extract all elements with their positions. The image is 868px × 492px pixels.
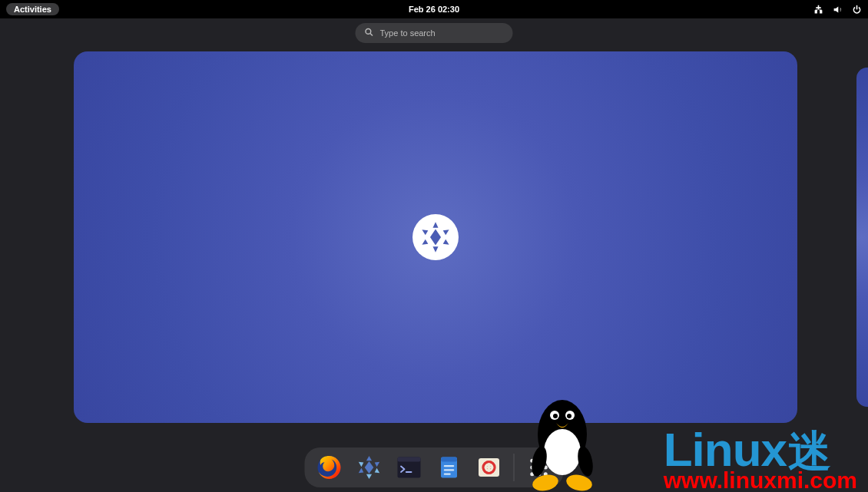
nixos-logo-badge bbox=[412, 214, 459, 260]
svg-marker-13 bbox=[375, 462, 379, 467]
help-icon bbox=[475, 454, 503, 481]
dash-app-files[interactable] bbox=[434, 452, 465, 483]
dash-app-firefox[interactable] bbox=[314, 452, 345, 483]
svg-marker-7 bbox=[443, 239, 449, 245]
workspace-thumbnail-next[interactable] bbox=[856, 68, 868, 407]
svg-rect-24 bbox=[444, 474, 451, 475]
svg-point-41 bbox=[544, 429, 581, 475]
terminal-icon bbox=[396, 454, 423, 481]
svg-marker-11 bbox=[366, 474, 372, 479]
files-icon bbox=[436, 454, 463, 481]
dash-separator bbox=[514, 454, 515, 481]
dash-app-help[interactable] bbox=[474, 452, 505, 483]
svg-rect-21 bbox=[441, 457, 457, 462]
dash-app-nixos[interactable] bbox=[354, 452, 385, 483]
clock-text: Feb 26 02:30 bbox=[409, 5, 459, 14]
volume-icon bbox=[833, 5, 843, 15]
network-wired-icon bbox=[813, 5, 823, 15]
watermark-brand-latin: Linux bbox=[664, 426, 787, 474]
search-icon bbox=[365, 26, 374, 40]
svg-marker-4 bbox=[422, 229, 428, 235]
svg-marker-16 bbox=[365, 461, 374, 474]
svg-rect-18 bbox=[398, 457, 421, 462]
svg-marker-3 bbox=[432, 246, 438, 252]
svg-point-45 bbox=[567, 414, 571, 418]
svg-marker-5 bbox=[443, 229, 449, 235]
top-panel: Activities Feb 26 02:30 bbox=[0, 0, 868, 18]
firefox-icon bbox=[316, 454, 343, 481]
svg-marker-12 bbox=[359, 462, 363, 467]
search-input[interactable] bbox=[380, 28, 504, 38]
activities-label: Activities bbox=[14, 5, 51, 14]
snowflake-icon bbox=[419, 220, 452, 254]
svg-marker-8 bbox=[430, 229, 441, 245]
snowflake-icon bbox=[356, 454, 383, 481]
watermark-brand-cjk: 迷 bbox=[788, 430, 830, 473]
svg-rect-22 bbox=[444, 465, 455, 467]
svg-marker-14 bbox=[359, 468, 363, 473]
search-bar[interactable] bbox=[356, 23, 513, 43]
svg-point-0 bbox=[366, 29, 371, 35]
svg-marker-6 bbox=[422, 239, 428, 245]
svg-marker-10 bbox=[366, 456, 372, 461]
dash-app-terminal[interactable] bbox=[394, 452, 425, 483]
svg-line-1 bbox=[370, 34, 373, 36]
clock[interactable]: Feb 26 02:30 bbox=[409, 5, 459, 14]
watermark-url: www.linuxmi.com bbox=[664, 469, 857, 492]
tux-penguin-icon bbox=[524, 392, 601, 492]
svg-point-44 bbox=[553, 414, 558, 418]
watermark-brand: Linux迷 bbox=[664, 426, 830, 474]
power-icon bbox=[852, 5, 862, 15]
svg-marker-2 bbox=[432, 222, 438, 227]
workspace-thumbnail-main[interactable] bbox=[74, 51, 797, 423]
svg-rect-23 bbox=[444, 469, 455, 471]
status-area[interactable] bbox=[813, 5, 862, 15]
svg-marker-15 bbox=[375, 468, 379, 473]
watermark: Linux迷 www.linuxmi.com bbox=[664, 426, 857, 492]
activities-button[interactable]: Activities bbox=[6, 3, 59, 15]
